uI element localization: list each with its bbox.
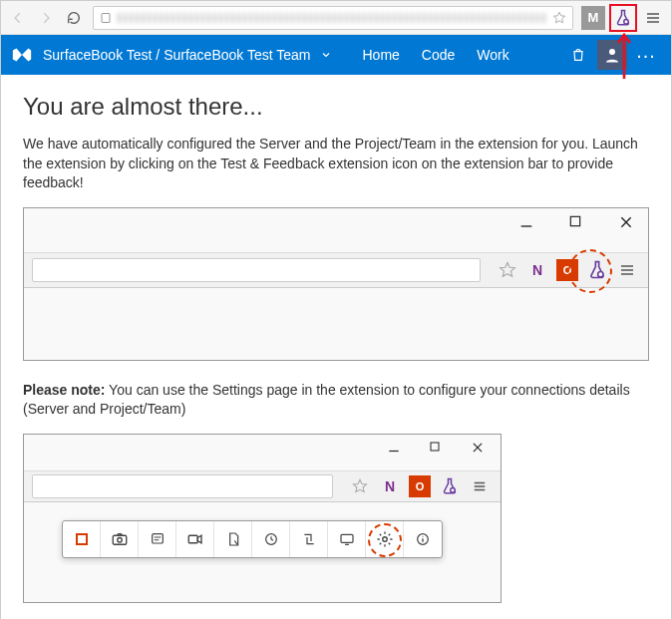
svg-rect-7 bbox=[113, 535, 127, 544]
intro-paragraph: We have automatically configured the Ser… bbox=[23, 135, 649, 193]
note-text: You can use the Settings page in the ext… bbox=[23, 382, 630, 418]
office-icon: O bbox=[556, 259, 578, 281]
star-icon bbox=[349, 475, 371, 497]
browser-menu-icon[interactable] bbox=[639, 4, 667, 32]
screen-icon bbox=[328, 521, 366, 557]
back-button[interactable] bbox=[5, 5, 31, 31]
window-maximize-icon bbox=[429, 441, 449, 455]
window-maximize-icon bbox=[568, 214, 588, 230]
svg-point-2 bbox=[609, 49, 615, 55]
flask-extension-icon bbox=[439, 475, 461, 497]
illustration-browser-extension: N O bbox=[23, 207, 649, 361]
menu-icon bbox=[616, 259, 638, 281]
onenote-icon: N bbox=[526, 259, 548, 281]
note-icon bbox=[139, 521, 176, 557]
window-minimize-icon bbox=[387, 441, 407, 455]
svg-point-6 bbox=[451, 487, 456, 492]
window-minimize-icon bbox=[518, 214, 538, 230]
forward-button[interactable] bbox=[33, 5, 59, 31]
nav-work[interactable]: Work bbox=[477, 47, 508, 63]
profile-icon[interactable] bbox=[597, 40, 627, 70]
breadcrumb-chevron-icon[interactable] bbox=[320, 49, 332, 61]
svg-point-1 bbox=[624, 19, 629, 24]
nav-home[interactable]: Home bbox=[362, 47, 399, 63]
workitem-icon bbox=[290, 521, 328, 557]
svg-rect-10 bbox=[188, 535, 197, 543]
svg-rect-9 bbox=[152, 534, 163, 543]
settings-gear-icon bbox=[366, 521, 404, 557]
svg-rect-12 bbox=[341, 534, 353, 542]
project-breadcrumb[interactable]: SurfaceBook Test / SurfaceBook Test Team bbox=[43, 47, 310, 63]
camera-icon bbox=[101, 521, 139, 557]
svg-rect-3 bbox=[570, 216, 579, 225]
nav-code[interactable]: Code bbox=[422, 47, 455, 63]
note-label: Please note: bbox=[23, 382, 105, 398]
app-header: SurfaceBook Test / SurfaceBook Test Team… bbox=[1, 35, 671, 75]
reload-button[interactable] bbox=[61, 5, 87, 31]
svg-point-4 bbox=[598, 271, 603, 276]
page-heading: You are almost there... bbox=[23, 93, 649, 121]
note-paragraph: Please note: You can use the Settings pa… bbox=[23, 381, 649, 420]
test-feedback-extension-icon[interactable] bbox=[611, 6, 635, 30]
illustration-extension-toolbar: N O bbox=[23, 434, 502, 603]
record-icon bbox=[63, 521, 101, 557]
shopping-bag-icon[interactable] bbox=[563, 40, 593, 70]
window-close-icon bbox=[618, 214, 638, 230]
browser-toolbar: M bbox=[1, 1, 671, 35]
video-icon bbox=[176, 521, 214, 557]
star-icon bbox=[497, 259, 518, 281]
office-icon: O bbox=[409, 475, 431, 497]
menu-icon bbox=[469, 475, 491, 497]
info-icon bbox=[404, 521, 442, 557]
flask-extension-icon bbox=[586, 259, 608, 281]
clock-icon bbox=[252, 521, 290, 557]
more-menu-icon[interactable]: ··· bbox=[631, 40, 661, 70]
bookmark-star-icon[interactable] bbox=[552, 11, 566, 25]
address-bar[interactable] bbox=[93, 6, 573, 30]
svg-point-13 bbox=[382, 537, 387, 542]
document-icon bbox=[214, 521, 252, 557]
extension-m-icon[interactable]: M bbox=[581, 6, 605, 30]
window-close-icon bbox=[471, 441, 491, 455]
feedback-toolbar bbox=[62, 520, 443, 558]
onenote-icon: N bbox=[379, 475, 401, 497]
header-nav: Home Code Work bbox=[362, 47, 508, 63]
svg-rect-5 bbox=[431, 443, 439, 451]
svg-rect-0 bbox=[102, 13, 110, 22]
page-icon bbox=[100, 12, 112, 24]
visual-studio-logo-icon bbox=[11, 44, 33, 66]
svg-point-8 bbox=[117, 537, 122, 542]
